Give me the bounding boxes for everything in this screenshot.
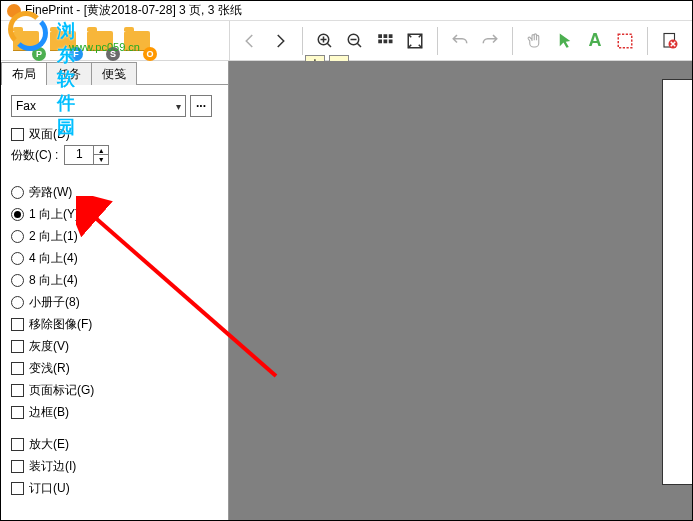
grid-view-button[interactable] [371,27,399,55]
checkbox-icon [11,406,24,419]
printer-more-button[interactable]: ··· [190,95,212,117]
printer-selected: Fax [16,99,36,113]
badge-s: S [106,47,120,61]
separator [302,27,303,55]
badge-o: O [143,47,157,61]
app-icon [7,4,21,18]
tab-notes[interactable]: 便笺 [91,62,137,85]
folder-s-button[interactable]: S [83,24,117,58]
checkbox-icon [11,362,24,375]
radio-icon [11,252,24,265]
tab-strip: 布局 任务 便笺 [1,61,228,85]
duplex-checkbox[interactable]: 双面(D) [11,123,218,145]
zoom-in-button[interactable] [311,27,339,55]
option-label: 装订边(I) [29,458,76,475]
checkbox-icon [11,438,24,451]
radio-label: 4 向上(4) [29,250,78,267]
badge-f: F [69,47,83,61]
fullscreen-button[interactable] [401,27,429,55]
copies-value[interactable]: 1 [64,145,94,165]
preview-toolbar: A + − [229,21,692,61]
checkbox-icon [11,460,24,473]
chk-enlarge[interactable]: 放大(E) [11,433,218,455]
tab-layout[interactable]: 布局 [1,62,47,85]
option-label: 变浅(R) [29,360,70,377]
option-label: 边框(B) [29,404,69,421]
folder-p-button[interactable]: P [9,24,43,58]
separator [647,27,648,55]
folder-f-button[interactable]: F [46,24,80,58]
select-area-button[interactable] [611,27,639,55]
checkbox-icon [11,128,24,141]
next-button[interactable] [266,27,294,55]
radio-icon [11,230,24,243]
folder-o-button[interactable]: O [120,24,154,58]
delete-page-button[interactable] [656,27,684,55]
checkbox-icon [11,482,24,495]
checkbox-icon [11,318,24,331]
title-bar: FinePrint - [黄波2018-07-28] 3 页, 3 张纸 [1,1,692,21]
chk-border[interactable]: 边框(B) [11,401,218,423]
chevron-down-icon: ▾ [176,101,181,112]
svg-rect-6 [384,39,388,43]
radio-label: 2 向上(1) [29,228,78,245]
svg-rect-2 [378,34,382,38]
pointer-tool-button[interactable] [551,27,579,55]
radio-label: 8 向上(4) [29,272,78,289]
redo-button[interactable] [476,27,504,55]
spinner-buttons[interactable]: ▲▼ [94,145,109,165]
radio-label: 旁路(W) [29,184,72,201]
preview-area[interactable] [229,61,692,520]
text-tool-button[interactable]: A [581,27,609,55]
svg-rect-3 [384,34,388,38]
duplex-label: 双面(D) [29,126,70,143]
option-label: 灰度(V) [29,338,69,355]
window-title: FinePrint - [黄波2018-07-28] 3 页, 3 张纸 [25,2,242,19]
prev-button[interactable] [236,27,264,55]
spin-up-icon: ▲ [94,146,108,155]
copies-label: 份数(C) : [11,147,58,164]
annotation-arrow-icon [76,196,286,386]
tab-jobs[interactable]: 任务 [46,62,92,85]
radio-label: 1 向上(Y) [29,206,79,223]
radio-icon [11,208,24,221]
checkbox-icon [11,384,24,397]
radio-icon [11,296,24,309]
spin-down-icon: ▼ [94,155,108,164]
undo-button[interactable] [446,27,474,55]
zoom-out-button[interactable] [341,27,369,55]
svg-rect-5 [378,39,382,43]
option-label: 放大(E) [29,436,69,453]
svg-rect-4 [389,34,393,38]
separator [512,27,513,55]
hand-tool-button[interactable] [521,27,549,55]
radio-icon [11,274,24,287]
svg-rect-9 [618,34,632,48]
chk-gutter[interactable]: 订口(U) [11,477,218,499]
option-label: 订口(U) [29,480,70,497]
checkbox-icon [11,340,24,353]
page-preview[interactable] [662,79,692,485]
badge-p: P [32,47,46,61]
radio-label: 小册子(8) [29,294,80,311]
printer-dropdown[interactable]: Fax ▾ [11,95,186,117]
copies-spinner[interactable]: 1 ▲▼ [64,145,109,165]
svg-rect-7 [389,39,393,43]
separator [437,27,438,55]
svg-line-12 [91,214,276,376]
chk-binding[interactable]: 装订边(I) [11,455,218,477]
radio-icon [11,186,24,199]
